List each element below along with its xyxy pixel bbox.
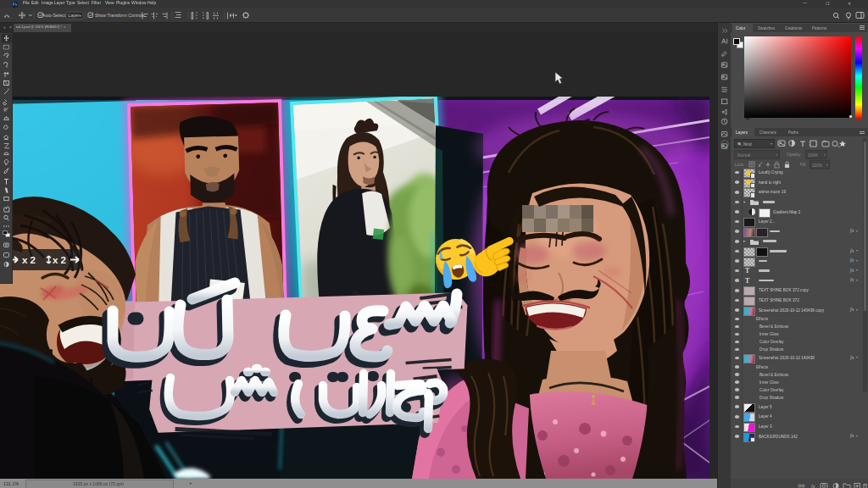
svg-text:x 2: x 2 — [22, 255, 36, 265]
svg-text:▾: ▾ — [80, 14, 81, 18]
svg-text:Show Transform Controls: Show Transform Controls — [95, 13, 145, 18]
svg-text:Layer: Layer — [69, 13, 80, 18]
svg-text:Auto-Select:: Auto-Select: — [42, 13, 66, 18]
svg-text:x 2: x 2 — [53, 255, 66, 265]
svg-text:fx: fx — [811, 484, 815, 488]
